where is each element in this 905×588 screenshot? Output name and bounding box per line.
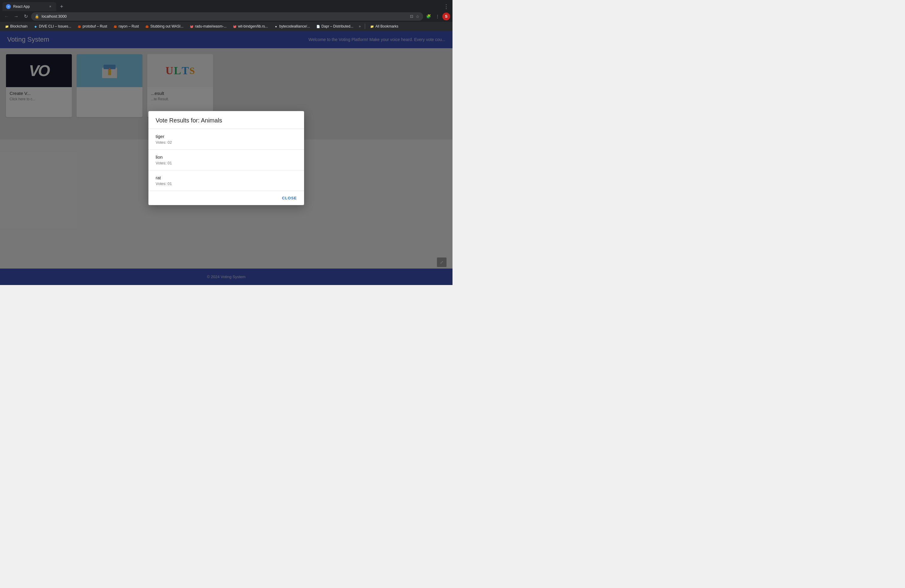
bookmark-label-rayon: rayon – Rust <box>119 24 139 29</box>
bookmark-item-wit[interactable]: 🐙 wit-bindgen/lib.rs... <box>230 24 270 29</box>
vote-candidate-tiger: tiger <box>156 134 297 139</box>
bookmark-separator <box>365 24 365 29</box>
bookmark-favicon-blockchain: 📁 <box>5 24 9 29</box>
modal: Vote Results for: Animals tiger Votes: 0… <box>148 111 304 205</box>
bookmarks-bar: 📁 Blockchain ◆ DIVE CLI – Issues... 🦀 pr… <box>0 22 452 31</box>
bookmark-label-blockchain: Blockchain <box>10 24 27 29</box>
bookmark-label-dapr: Dapr – Distributed... <box>321 24 353 29</box>
bookmark-favicon-wit: 🐙 <box>233 24 237 29</box>
bookmark-item-rayon[interactable]: 🦀 rayon – Rust <box>111 24 141 29</box>
bookmark-favicon-stubbing: 🦀 <box>145 24 149 29</box>
tab-bar: ⚛ React App × + ⋮ <box>0 0 452 11</box>
bookmark-item-dapr[interactable]: 📄 Dapr – Distributed... <box>314 24 356 29</box>
vote-item-lion: lion Votes: 01 <box>148 150 304 170</box>
tab-title: React App <box>13 5 46 9</box>
vote-count-tiger: Votes: 02 <box>156 140 297 145</box>
bookmark-label-all: All Bookmarks <box>375 24 399 29</box>
bookmark-favicon-radu: 🐙 <box>189 24 194 29</box>
bookmark-item-all[interactable]: 📁 All Bookmarks <box>367 24 401 29</box>
bookmark-label-protobuf: protobuf – Rust <box>83 24 107 29</box>
bookmark-favicon-dive: ◆ <box>33 24 38 29</box>
nav-bar: ← → ↻ 🔒 localhost:3000 ⊡ ☆ 🧩 ⋮ S <box>0 11 452 22</box>
more-button[interactable]: ⋮ <box>433 12 442 21</box>
vote-item-tiger: tiger Votes: 02 <box>148 129 304 150</box>
bookmark-item-radu[interactable]: 🐙 radu-matei/wasm-... <box>187 24 229 29</box>
cast-icon: ⊡ <box>410 14 413 19</box>
nav-right-icons: 🧩 ⋮ S <box>424 12 450 21</box>
modal-footer: CLOSE <box>148 191 304 205</box>
extensions-button[interactable]: 🧩 <box>424 12 433 21</box>
bookmark-label-bytecode: bytecodealliance/... <box>279 24 310 29</box>
vote-item-rat: rat Votes: 01 <box>148 170 304 191</box>
vote-candidate-rat: rat <box>156 175 297 180</box>
active-tab[interactable]: ⚛ React App × <box>2 2 56 11</box>
vote-count-rat: Votes: 01 <box>156 181 297 186</box>
bookmark-label-wit: wit-bindgen/lib.rs... <box>238 24 268 29</box>
address-text: localhost:3000 <box>41 14 408 19</box>
bookmark-item-blockchain[interactable]: 📁 Blockchain <box>2 24 30 29</box>
lock-icon: 🔒 <box>35 14 39 19</box>
bookmark-label-radu: radu-matei/wasm-... <box>195 24 227 29</box>
bookmark-item-protobuf[interactable]: 🦀 protobuf – Rust <box>75 24 110 29</box>
bookmarks-more-button[interactable]: » <box>357 24 363 29</box>
modal-header: Vote Results for: Animals <box>148 111 304 129</box>
page-content: Voting System Welcome to the Voting Plat… <box>0 31 452 285</box>
tab-menu-button[interactable]: ⋮ <box>442 2 450 11</box>
profile-button[interactable]: S <box>442 13 450 21</box>
modal-overlay[interactable]: Vote Results for: Animals tiger Votes: 0… <box>0 31 452 285</box>
bookmark-label-stubbing: Stubbing out WASI... <box>150 24 183 29</box>
vote-candidate-lion: lion <box>156 154 297 160</box>
address-bar[interactable]: 🔒 localhost:3000 ⊡ ☆ <box>31 12 423 21</box>
reload-button[interactable]: ↻ <box>22 12 30 21</box>
modal-title: Vote Results for: Animals <box>156 117 297 124</box>
back-button[interactable]: ← <box>2 12 11 21</box>
bookmark-favicon-rayon: 🦀 <box>113 24 117 29</box>
new-tab-button[interactable]: + <box>57 2 66 11</box>
vote-count-lion: Votes: 01 <box>156 161 297 165</box>
bookmark-favicon-dapr: 📄 <box>316 24 320 29</box>
bookmark-item-bytecode[interactable]: ● bytecodealliance/... <box>272 24 313 29</box>
bookmark-favicon-all: 📁 <box>370 24 374 29</box>
bookmark-favicon-bytecode: ● <box>274 24 278 29</box>
browser-chrome: ⚛ React App × + ⋮ ← → ↻ 🔒 localhost:3000… <box>0 0 452 22</box>
tab-favicon: ⚛ <box>6 4 11 9</box>
modal-body: tiger Votes: 02 lion Votes: 01 rat Votes… <box>148 129 304 191</box>
bookmark-favicon-protobuf: 🦀 <box>77 24 81 29</box>
close-button[interactable]: CLOSE <box>277 194 302 203</box>
forward-button[interactable]: → <box>12 12 21 21</box>
tab-close-button[interactable]: × <box>48 4 53 9</box>
bookmark-item-stubbing[interactable]: 🦀 Stubbing out WASI... <box>143 24 186 29</box>
bookmark-item-dive[interactable]: ◆ DIVE CLI – Issues... <box>31 24 74 29</box>
star-icon[interactable]: ☆ <box>416 14 419 19</box>
bookmark-label-dive: DIVE CLI – Issues... <box>39 24 71 29</box>
